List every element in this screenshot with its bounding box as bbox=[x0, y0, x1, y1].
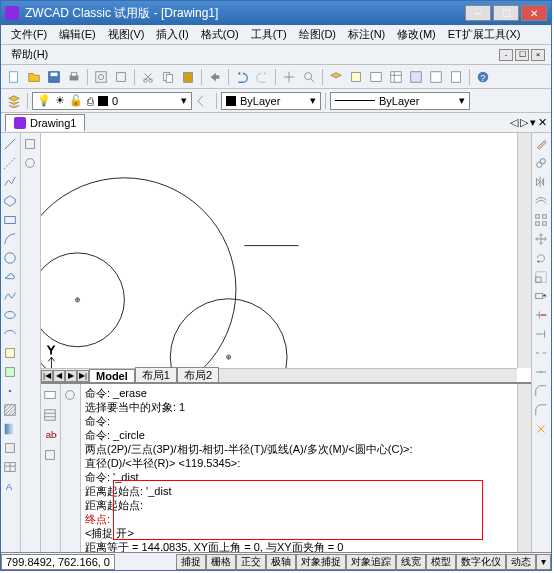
match-icon[interactable] bbox=[206, 68, 224, 86]
lwt-toggle[interactable]: 线宽 bbox=[396, 554, 426, 570]
copy-icon[interactable] bbox=[159, 68, 177, 86]
undo-icon[interactable] bbox=[233, 68, 251, 86]
publish-icon[interactable] bbox=[112, 68, 130, 86]
tab-close-icon[interactable]: ✕ bbox=[538, 116, 547, 129]
save-icon[interactable] bbox=[45, 68, 63, 86]
block-icon[interactable] bbox=[347, 68, 365, 86]
revcloud-icon[interactable] bbox=[1, 268, 19, 286]
table-icon[interactable] bbox=[1, 458, 19, 476]
tablet-toggle[interactable]: 数字化仪 bbox=[456, 554, 506, 570]
command-history[interactable]: 命令: _erase 选择要当中的对象: 1 命令: 命令: _circle 两… bbox=[81, 384, 517, 552]
hatch-icon[interactable] bbox=[1, 401, 19, 419]
polar-toggle[interactable]: 极轴 bbox=[266, 554, 296, 570]
cmd-tool-icon[interactable] bbox=[41, 386, 59, 404]
tab-prev-icon[interactable]: ◀ bbox=[53, 370, 65, 382]
menu-help[interactable]: 帮助(H) bbox=[7, 45, 52, 64]
rotate-icon[interactable] bbox=[532, 249, 550, 267]
coords-display[interactable]: 799.8492, 762.166, 0 bbox=[1, 554, 115, 570]
properties-icon[interactable] bbox=[387, 68, 405, 86]
cmd-tool-icon[interactable] bbox=[61, 386, 79, 404]
snap-toggle[interactable]: 捕捉 bbox=[176, 554, 206, 570]
dc-icon[interactable] bbox=[407, 68, 425, 86]
print-icon[interactable] bbox=[65, 68, 83, 86]
tab-last-icon[interactable]: ▶| bbox=[77, 370, 89, 382]
copy-obj-icon[interactable] bbox=[532, 154, 550, 172]
help-icon[interactable]: ? bbox=[474, 68, 492, 86]
cut-icon[interactable] bbox=[139, 68, 157, 86]
cmd-tool-icon[interactable] bbox=[41, 406, 59, 424]
otrack-toggle[interactable]: 对象追踪 bbox=[346, 554, 396, 570]
polygon-icon[interactable] bbox=[1, 192, 19, 210]
array-icon[interactable] bbox=[532, 211, 550, 229]
trim-icon[interactable] bbox=[532, 306, 550, 324]
open-icon[interactable] bbox=[25, 68, 43, 86]
cmd-scrollbar[interactable] bbox=[517, 384, 531, 552]
menu-insert[interactable]: 插入(I) bbox=[152, 25, 192, 44]
mdi-restore[interactable]: ☐ bbox=[515, 49, 529, 61]
layer-mgr-icon[interactable] bbox=[5, 92, 23, 110]
calc-icon[interactable] bbox=[447, 68, 465, 86]
layer-color-dropdown[interactable]: ByLayer ▾ bbox=[221, 92, 321, 110]
fillet-icon[interactable] bbox=[532, 401, 550, 419]
tool-icon[interactable] bbox=[21, 154, 39, 172]
model-toggle[interactable]: 模型 bbox=[426, 554, 456, 570]
offset-icon[interactable] bbox=[532, 192, 550, 210]
grid-toggle[interactable]: 栅格 bbox=[206, 554, 236, 570]
ortho-toggle[interactable]: 正交 bbox=[236, 554, 266, 570]
break-icon[interactable] bbox=[532, 344, 550, 362]
cmd-tool-icon[interactable]: abc bbox=[41, 426, 59, 444]
tab-next-icon[interactable]: ▶ bbox=[65, 370, 77, 382]
redo-icon[interactable] bbox=[253, 68, 271, 86]
linetype-dropdown[interactable]: ByLayer ▾ bbox=[330, 92, 470, 110]
menu-file[interactable]: 文件(F) bbox=[7, 25, 51, 44]
layers-icon[interactable] bbox=[327, 68, 345, 86]
layout1-tab[interactable]: 布局1 bbox=[135, 367, 177, 382]
tool-palette-icon[interactable] bbox=[427, 68, 445, 86]
maximize-button[interactable]: ☐ bbox=[493, 5, 519, 21]
xref-icon[interactable] bbox=[367, 68, 385, 86]
osnap-toggle[interactable]: 对象捕捉 bbox=[296, 554, 346, 570]
menu-draw[interactable]: 绘图(D) bbox=[295, 25, 340, 44]
spline-icon[interactable] bbox=[1, 287, 19, 305]
menu-edit[interactable]: 编辑(E) bbox=[55, 25, 100, 44]
zoom-icon[interactable] bbox=[300, 68, 318, 86]
scrollbar-vertical[interactable] bbox=[517, 133, 531, 368]
layout2-tab[interactable]: 布局2 bbox=[177, 367, 219, 382]
circle-icon[interactable] bbox=[1, 249, 19, 267]
menu-modify[interactable]: 修改(M) bbox=[393, 25, 440, 44]
new-icon[interactable] bbox=[5, 68, 23, 86]
pan-icon[interactable] bbox=[280, 68, 298, 86]
mirror-icon[interactable] bbox=[532, 173, 550, 191]
gradient-icon[interactable] bbox=[1, 420, 19, 438]
mtext-icon[interactable]: A bbox=[1, 477, 19, 495]
close-button[interactable]: ✕ bbox=[521, 5, 547, 21]
layer-prev-icon[interactable] bbox=[194, 92, 212, 110]
scrollbar-horizontal[interactable]: |◀ ◀ ▶ ▶| Model 布局1 布局2 bbox=[41, 368, 517, 382]
tab-first-icon[interactable]: |◀ bbox=[41, 370, 53, 382]
model-tab[interactable]: Model bbox=[89, 369, 135, 383]
region-icon[interactable] bbox=[1, 439, 19, 457]
scale-icon[interactable] bbox=[532, 268, 550, 286]
join-icon[interactable] bbox=[532, 363, 550, 381]
menu-format[interactable]: 格式(O) bbox=[197, 25, 243, 44]
menu-view[interactable]: 视图(V) bbox=[104, 25, 149, 44]
rectangle-icon[interactable] bbox=[1, 211, 19, 229]
xline-icon[interactable] bbox=[1, 154, 19, 172]
point-icon[interactable] bbox=[1, 382, 19, 400]
move-icon[interactable] bbox=[532, 230, 550, 248]
preview-icon[interactable] bbox=[92, 68, 110, 86]
status-menu-icon[interactable]: ▾ bbox=[536, 554, 551, 570]
tool-icon[interactable] bbox=[21, 135, 39, 153]
extend-icon[interactable] bbox=[532, 325, 550, 343]
insert-block-icon[interactable] bbox=[1, 344, 19, 362]
mdi-minimize[interactable]: - bbox=[499, 49, 513, 61]
erase-icon[interactable] bbox=[532, 135, 550, 153]
chamfer-icon[interactable] bbox=[532, 382, 550, 400]
menu-et[interactable]: ET扩展工具(X) bbox=[444, 25, 525, 44]
cmd-tool-icon[interactable] bbox=[41, 446, 59, 464]
minimize-button[interactable]: ─ bbox=[465, 5, 491, 21]
line-icon[interactable] bbox=[1, 135, 19, 153]
polyline-icon[interactable] bbox=[1, 173, 19, 191]
explode-icon[interactable] bbox=[532, 420, 550, 438]
dyn-toggle[interactable]: 动态 bbox=[506, 554, 536, 570]
